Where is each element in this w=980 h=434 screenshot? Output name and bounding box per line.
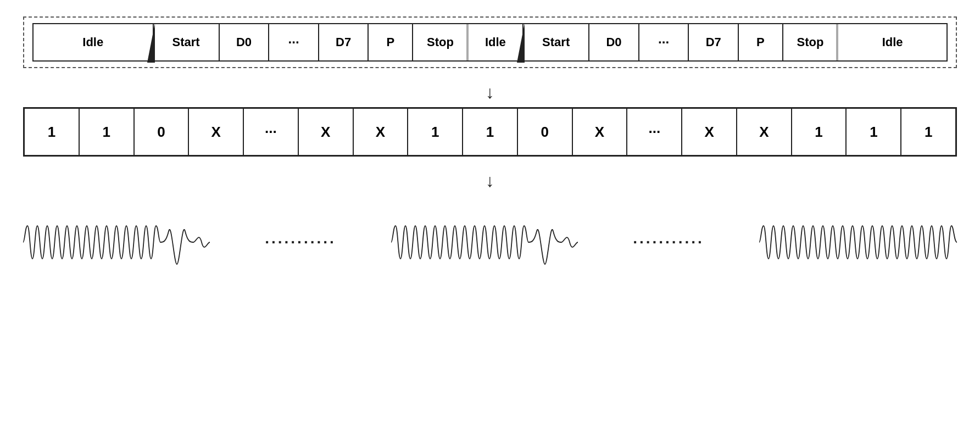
bin-cell-4: ···	[244, 109, 299, 155]
wave-group-3	[759, 201, 957, 283]
frame-cell-d0a: D0	[220, 24, 270, 60]
bin-cell-2: 0	[135, 109, 190, 155]
arrow-1: ↓	[486, 82, 494, 103]
bin-cell-7: 1	[408, 109, 463, 155]
bin-cell-8: 1	[463, 109, 518, 155]
bin-cell-5: X	[299, 109, 354, 155]
arrow-2: ↓	[486, 171, 494, 191]
frame-cell-pb: P	[739, 24, 783, 60]
frame-cell-d7b: D7	[689, 24, 739, 60]
bin-cell-11: ···	[627, 109, 682, 155]
bin-cell-12: X	[682, 109, 737, 155]
bin-cell-16: 1	[901, 109, 955, 155]
main-container: Idle Start D0 ··· D7 P Stop Idle Start D…	[0, 0, 980, 434]
frame-cell-idle-right: Idle	[838, 24, 946, 60]
frame-cell-stop1: Stop	[413, 24, 468, 60]
frame-cell-d7a: D7	[319, 24, 369, 60]
bin-cell-15: 1	[847, 109, 901, 155]
frame-cell-start2: Start	[524, 24, 589, 60]
dashed-frame-wrapper: Idle Start D0 ··· D7 P Stop Idle Start D…	[23, 16, 957, 68]
frame-cell-dots-b: ···	[639, 24, 689, 60]
bin-cell-0: 1	[25, 109, 80, 155]
binary-row: 1 1 0 X ··· X X 1 1 0 X ··· X X 1 1 1	[23, 107, 957, 157]
wave-svg-3	[759, 204, 957, 281]
wave-row: ··········· ···········	[23, 198, 957, 286]
frame-cell-d0b: D0	[589, 24, 639, 60]
bin-cell-13: X	[737, 109, 792, 155]
bin-cell-9: 0	[518, 109, 573, 155]
bin-cell-14: 1	[792, 109, 847, 155]
frame-cell-start1: Start	[154, 24, 220, 60]
bin-cell-10: X	[573, 109, 628, 155]
frame-cell-dots-a: ···	[269, 24, 319, 60]
wave-group-2	[391, 201, 578, 283]
bin-cell-1: 1	[80, 109, 135, 155]
frame-row: Idle Start D0 ··· D7 P Stop Idle Start D…	[32, 23, 948, 62]
wave-dots-2: ···········	[622, 233, 715, 251]
frame-cell-idle-left: Idle	[34, 24, 154, 60]
wave-dots-1: ···········	[254, 233, 347, 251]
frame-cell-idle-mid: Idle	[469, 24, 524, 60]
frame-cell-stop2: Stop	[783, 24, 838, 60]
bin-cell-6: X	[354, 109, 409, 155]
wave-svg-2	[391, 204, 578, 281]
wave-svg-1	[23, 204, 210, 281]
bin-cell-3: X	[189, 109, 244, 155]
frame-cell-pa: P	[369, 24, 413, 60]
wave-group-1	[23, 201, 210, 283]
